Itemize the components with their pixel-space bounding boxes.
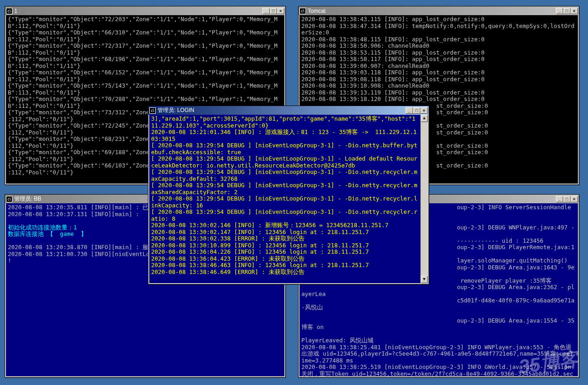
titlebar[interactable]: c\ 1 _ □ × (5, 6, 285, 15)
minimize-button[interactable]: _ (406, 107, 413, 114)
close-button[interactable]: × (571, 8, 578, 14)
log-line: 2020-08-08 13:30:02.146 [INFO] : 新增账号：12… (151, 222, 418, 229)
log-line (301, 331, 576, 338)
minimize-button[interactable]: _ (556, 196, 563, 202)
log-line: [ 2020-08-08 13:29:54 DEBUG ] [nioEventL… (151, 209, 418, 222)
log-line: 2020-08-08 13:38:25.519 [nioEventLoopGro… (301, 364, 576, 376)
console-window-login[interactable]: c\ 管理员: LOGIN _ □ × 3],"areaId":1,"port"… (148, 106, 429, 285)
maximize-button[interactable]: □ (563, 196, 571, 202)
log-line: 2020-08-08 13:38:46.649 [ERROR] : 未获取到公告 (151, 269, 418, 276)
log-line (301, 311, 576, 318)
titlebar[interactable]: c\ 管理员: LOGIN _ □ × (148, 106, 429, 115)
scrollbar[interactable]: ▲ ▼ (420, 115, 428, 283)
maximize-button[interactable]: □ (413, 107, 420, 114)
log-line: [ 2020-08-08 13:29:54 DEBUG ] [nioEventL… (151, 156, 418, 169)
log-line: 2020-08-08 13:21:01.346 [INFO] : 游戏服接入：8… (151, 129, 418, 142)
titlebar[interactable]: c\ Tomcat _ □ × (299, 6, 579, 15)
cmd-icon: c\ (300, 8, 306, 14)
close-button[interactable]: × (571, 196, 578, 202)
log-line: [ 2020-08-08 13:29:54 DEBUG ] [nioEventL… (151, 142, 418, 156)
log-line: oup-2-3] DEBUG Area.java:2362 - playerLe… (301, 284, 576, 297)
window-controls: _ □ × (556, 196, 578, 202)
log-line: 2020-08-08 13:30:02.338 [ERROR] : 未获取到公告 (151, 235, 418, 242)
window-controls: _ □ × (556, 8, 578, 14)
log-line: [ 2020-08-08 13:29:54 DEBUG ] [nioEventL… (151, 195, 418, 209)
log-line: 3],"areaId":1,"port":3015,"appId":81,"pr… (151, 116, 418, 129)
log-line: 2020-08-08 13:38:46.463 [INFO] : 123456 … (151, 262, 418, 269)
log-line: 2020-08-08 13:30:10.899 [INFO] : 123456 … (151, 242, 418, 249)
log-line: [ 2020-08-08 13:29:54 DEBUG ] [nioEventL… (151, 182, 418, 195)
log-line: 2020-08-08 13:30:02.147 [INFO] : 123456 … (151, 229, 418, 236)
maximize-button[interactable]: □ (563, 8, 571, 14)
cmd-icon: c\ (6, 8, 12, 14)
close-button[interactable]: × (277, 8, 284, 14)
window-controls: _ □ × (262, 8, 284, 14)
window-title: 1 (14, 8, 262, 14)
log-line: 2020-08-08 13:38:25.481 [nioEventLoopGro… (301, 344, 576, 364)
window-title: 管理员: LOGIN (158, 106, 406, 114)
cmd-icon: c\ (149, 107, 156, 114)
minimize-button[interactable]: _ (556, 8, 563, 14)
log-line: [ 2020-08-08 13:29:54 DEBUG ] [nioEventL… (151, 169, 418, 182)
window-title: Tomcat (308, 8, 556, 14)
log-line: 2020-08-08 13:36:04.423 [ERROR] : 未获取到公告 (151, 256, 418, 262)
close-button[interactable]: × (420, 107, 428, 114)
log-line: oup-2-3] DEBUG Area.java:1554 - 35博客 on (301, 318, 576, 331)
maximize-button[interactable]: □ (270, 8, 277, 14)
scroll-down-button[interactable]: ▼ (421, 276, 428, 283)
log-line: c5d01f-d48e-40f0-879c-9a6aad95e71a-风悦山 (301, 297, 576, 311)
console-output[interactable]: 3],"areaId":1,"port":3015,"appId":81,"pr… (149, 115, 420, 283)
log-line: PlayerLeaved: 风悦山城 (301, 337, 576, 344)
window-controls: _ □ × (406, 107, 428, 114)
log-line: 2020-08-08 13:36:04.226 [INFO] : 123456 … (151, 249, 418, 256)
minimize-button[interactable]: _ (262, 8, 270, 14)
scroll-up-button[interactable]: ▲ (421, 115, 428, 122)
cmd-icon: c\ (6, 196, 12, 202)
